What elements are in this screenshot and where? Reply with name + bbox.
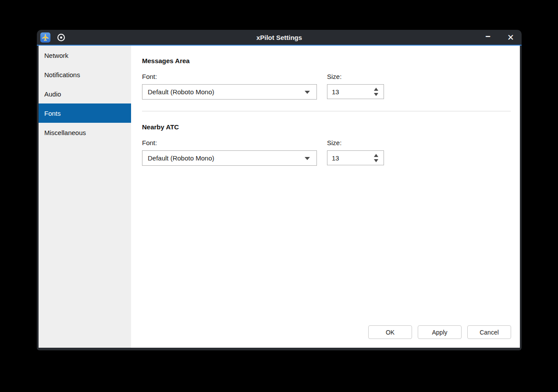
spin-down-icon[interactable] — [374, 93, 378, 96]
settings-sidebar: Network Notifications Audio Fonts Miscel… — [39, 46, 131, 348]
sidebar-item-label: Notifications — [44, 71, 80, 78]
font-label: Font: — [142, 73, 317, 80]
spin-up-icon[interactable] — [374, 88, 378, 91]
font-dropdown-value: Default (Roboto Mono) — [148, 88, 214, 96]
fonts-settings-panel: Messages Area Font: Default (Roboto Mono… — [131, 46, 520, 348]
sidebar-item-miscellaneous[interactable]: Miscellaneous — [39, 123, 131, 142]
sidebar-item-audio[interactable]: Audio — [39, 84, 131, 103]
record-icon — [57, 34, 65, 41]
window-title: xPilot Settings — [37, 30, 522, 45]
minimize-button[interactable]: − — [483, 32, 493, 42]
xpilot-settings-window: xPilot Settings − ✕ Network Notification… — [37, 30, 522, 350]
sidebar-item-network[interactable]: Network — [39, 46, 131, 65]
size-spinner-value: 13 — [332, 154, 339, 162]
messages-size-spinner[interactable]: 13 — [327, 84, 384, 99]
spinner-arrows — [374, 85, 378, 99]
cancel-button[interactable]: Cancel — [467, 325, 511, 339]
sidebar-item-label: Miscellaneous — [44, 129, 86, 136]
messages-area-section: Messages Area Font: Default (Roboto Mono… — [142, 57, 511, 100]
airplane-icon — [40, 32, 50, 43]
section-title: Messages Area — [142, 57, 511, 64]
desktop-background: xPilot Settings − ✕ Network Notification… — [0, 0, 558, 392]
atc-font-field: Font: Default (Roboto Mono) — [142, 139, 317, 166]
sidebar-item-fonts[interactable]: Fonts — [39, 103, 131, 123]
sidebar-item-label: Fonts — [44, 110, 61, 117]
sidebar-item-label: Audio — [44, 90, 61, 98]
section-title: Nearby ATC — [142, 123, 511, 131]
messages-size-field: Size: 13 — [327, 73, 384, 100]
atc-size-spinner[interactable]: 13 — [327, 150, 384, 165]
messages-font-field: Font: Default (Roboto Mono) — [142, 73, 317, 100]
titlebar-icons — [40, 32, 65, 43]
titlebar[interactable]: xPilot Settings − ✕ — [37, 30, 522, 45]
font-dropdown-value: Default (Roboto Mono) — [148, 154, 214, 162]
sidebar-item-label: Network — [44, 52, 68, 59]
size-spinner-value: 13 — [332, 88, 339, 96]
window-body: Network Notifications Audio Fonts Miscel… — [37, 46, 522, 350]
section-divider — [142, 111, 511, 111]
messages-font-dropdown[interactable]: Default (Roboto Mono) — [142, 84, 317, 100]
atc-size-field: Size: 13 — [327, 139, 384, 166]
ok-button[interactable]: OK — [368, 325, 412, 339]
chevron-down-icon — [305, 91, 310, 94]
dialog-footer: OK Apply Cancel — [368, 325, 511, 339]
apply-button[interactable]: Apply — [418, 325, 462, 339]
sidebar-item-notifications[interactable]: Notifications — [39, 65, 131, 84]
atc-font-dropdown[interactable]: Default (Roboto Mono) — [142, 150, 317, 166]
window-controls: − ✕ — [483, 32, 515, 42]
spinner-arrows — [374, 151, 378, 165]
size-label: Size: — [327, 73, 384, 80]
spin-down-icon[interactable] — [374, 159, 378, 162]
nearby-atc-section: Nearby ATC Font: Default (Roboto Mono) S… — [142, 123, 511, 166]
size-label: Size: — [327, 139, 384, 146]
close-button[interactable]: ✕ — [506, 32, 515, 42]
font-label: Font: — [142, 139, 317, 146]
chevron-down-icon — [305, 157, 310, 160]
spin-up-icon[interactable] — [374, 154, 378, 157]
